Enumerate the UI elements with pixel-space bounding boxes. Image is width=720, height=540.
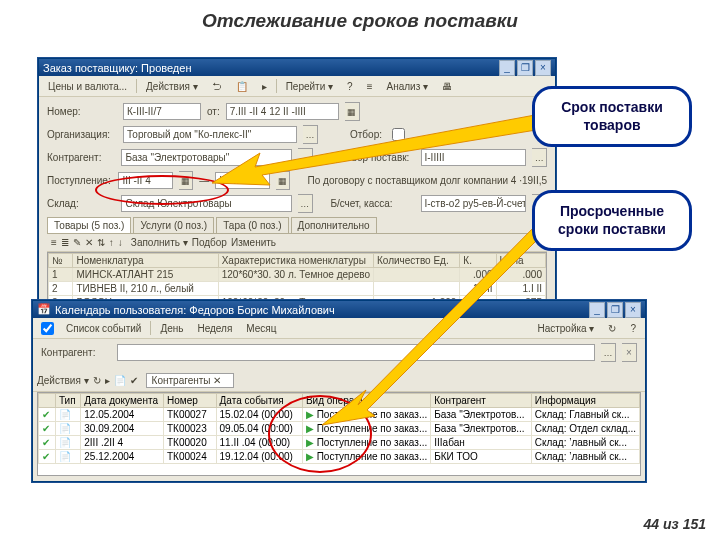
filter-chip[interactable]: Контрагенты ✕ [146, 373, 235, 388]
actions-menu[interactable]: Действия ▾ [141, 79, 203, 94]
callout-supply-date: Срок поставки товаров [532, 86, 692, 147]
pick-button[interactable]: Подбор [192, 237, 227, 248]
page-title: Отслеживание сроков поставки [0, 0, 720, 38]
tb-icon[interactable]: ✎ [73, 237, 81, 248]
week-button[interactable]: Неделя [192, 321, 237, 336]
col-number[interactable]: Номер [163, 394, 216, 408]
maximize-button[interactable]: ❐ [517, 60, 533, 76]
callout-overdue: Просроченные сроки поставки [532, 190, 692, 251]
tb-icon[interactable]: ↻ [93, 375, 101, 386]
go-menu[interactable]: Перейти ▾ [281, 79, 338, 94]
select-button[interactable]: … [601, 343, 616, 362]
post-icon[interactable]: ▸ [257, 79, 272, 94]
org-label: Организация: [47, 129, 117, 140]
status-icon: ✔ [42, 409, 50, 420]
doc-icon: 📄 [59, 437, 71, 448]
contragent-label: Контрагент: [41, 347, 111, 358]
status-icon: ✔ [42, 451, 50, 462]
maximize-button[interactable]: ❐ [607, 302, 623, 318]
help-icon[interactable]: ? [342, 79, 358, 94]
window-title: Заказ поставщику: Проведен [43, 62, 497, 74]
analysis-menu[interactable]: Анализ ▾ [381, 79, 433, 94]
col-num[interactable]: № [49, 254, 73, 268]
tb-icon[interactable]: ▸ [105, 375, 110, 386]
col-type[interactable]: Тип [55, 394, 80, 408]
tab-package[interactable]: Тара (0 поз.) [216, 217, 288, 233]
tb-icon[interactable]: ✕ [85, 237, 93, 248]
tb-icon[interactable]: ⇅ [97, 237, 105, 248]
tb-icon[interactable]: ≡ [51, 237, 57, 248]
doc-icon: 📄 [59, 423, 71, 434]
copy-icon[interactable]: 📋 [231, 79, 253, 94]
doc-icon: 📄 [59, 451, 71, 462]
col-name[interactable]: Номенклатура [73, 254, 218, 268]
tb-icon[interactable]: ≣ [61, 237, 69, 248]
prices-button[interactable]: Цены и валюта... [43, 79, 132, 94]
col-blank[interactable] [39, 394, 56, 408]
sklad-label: Склад: [47, 198, 115, 209]
tb-icon[interactable]: 📄 [114, 375, 126, 386]
event-list-checkbox[interactable] [41, 322, 54, 335]
clear-icon[interactable]: × [622, 343, 637, 362]
status-icon: ✔ [42, 437, 50, 448]
tree-icon[interactable]: ≡ [362, 79, 378, 94]
tb-icon[interactable]: ↑ [109, 237, 114, 248]
close-button[interactable]: × [535, 60, 551, 76]
day-button[interactable]: День [155, 321, 188, 336]
minimize-button[interactable]: _ [589, 302, 605, 318]
number-field[interactable]: К-III-II/7 [123, 103, 201, 120]
close-button[interactable]: × [625, 302, 641, 318]
bank-label: Б/счет, касса: [330, 198, 414, 209]
calendar-icon: 📅 [37, 303, 51, 316]
col-docdate[interactable]: Дата документа [81, 394, 164, 408]
tab-services[interactable]: Услуги (0 поз.) [133, 217, 214, 233]
doc-icon: 📄 [59, 409, 71, 420]
fill-menu[interactable]: Заполнить ▾ [131, 237, 188, 248]
print-icon[interactable]: 🖶 [437, 79, 457, 94]
number-label: Номер: [47, 106, 117, 117]
page-footer: 44 из 151 [644, 516, 706, 532]
minimize-button[interactable]: _ [499, 60, 515, 76]
tab-goods[interactable]: Товары (5 поз.) [47, 217, 131, 233]
annotation-ellipse [95, 175, 229, 205]
back-icon[interactable]: ⮌ [207, 79, 227, 94]
contragent-label: Контрагент: [47, 152, 115, 163]
month-button[interactable]: Месяц [241, 321, 281, 336]
select-button[interactable]: … [298, 194, 313, 213]
event-list-button[interactable]: Список событий [61, 321, 146, 336]
refresh-icon[interactable]: ↻ [603, 321, 621, 336]
help-icon[interactable]: ? [625, 321, 641, 336]
toolbar: Цены и валюта... Действия ▾ ⮌ 📋 ▸ Перейт… [39, 76, 555, 97]
tb-icon[interactable]: ✔ [130, 375, 138, 386]
status-icon: ✔ [42, 423, 50, 434]
arrow [210, 105, 540, 195]
titlebar[interactable]: Заказ поставщику: Проведен _ ❐ × [39, 59, 555, 76]
arrow [320, 210, 550, 430]
total-pages: 151 [683, 516, 706, 532]
change-button[interactable]: Изменить [231, 237, 276, 248]
tb-icon[interactable]: ↓ [118, 237, 123, 248]
actions-menu[interactable]: Действия ▾ [37, 375, 89, 386]
current-page: 44 [644, 516, 660, 532]
